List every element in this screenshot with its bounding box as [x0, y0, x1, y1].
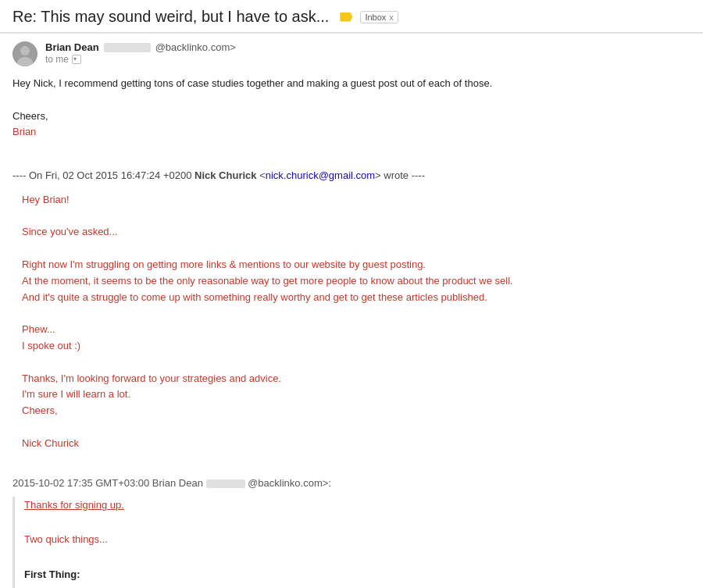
quoted-separator: ---- On Fri, 02 Oct 2015 16:47:24 +0200 … [12, 168, 691, 184]
cheers-label: Cheers, [12, 109, 691, 125]
nested-sep-blurred [206, 479, 245, 488]
to-me-row: to me [45, 54, 236, 65]
quoted-line-3: At the moment, it seems to be the only r… [22, 273, 691, 290]
quoted-line-6: I spoke out :) [22, 338, 691, 355]
quoted-line-1: Since you've asked... [22, 224, 691, 241]
nested-sep-date: 2015-10-02 17:35 GMT+03:00 Brian Dean [12, 477, 203, 489]
nested-quoted-block: Thanks for signing up. Two quick things.… [12, 497, 691, 588]
sender-row: Brian Dean @backlinko.com> to me [0, 34, 703, 69]
quoted-line-2: Right now I'm struggling on getting more… [22, 257, 691, 273]
main-reply: Hey Nick, I recommend getting tons of ca… [12, 76, 691, 141]
quoted-line-4: And it's quite a struggle to come up wit… [22, 290, 691, 306]
to-me-label: to me [45, 54, 69, 65]
email-subject: Re: This may sound weird, but I have to … [12, 8, 329, 26]
sender-info: Brian Dean @backlinko.com> to me [45, 41, 236, 65]
nested-line-1: Two quick things... [24, 531, 691, 548]
quoted-line-7: Thanks, I'm looking forward to your stra… [22, 371, 691, 387]
inbox-label: Inbox [365, 12, 386, 22]
quoted-block: Hey Brian! Since you've asked... Right n… [12, 192, 691, 452]
svg-point-1 [20, 46, 30, 55]
nested-sep-domain: @backlinko.com>: [248, 477, 331, 489]
close-icon[interactable]: x [389, 12, 394, 22]
sender-name-line: Brian Dean @backlinko.com> [45, 41, 236, 53]
quoted-line-0: Hey Brian! [22, 192, 691, 208]
email-window: Re: This may sound weird, but I have to … [0, 0, 703, 588]
email-body: Hey Nick, I recommend getting tons of ca… [0, 69, 703, 588]
quoted-line-cheers: Cheers, [22, 403, 691, 419]
first-thing-heading: First Thing: [24, 566, 691, 583]
nested-quote-separator: 2015-10-02 17:35 GMT+03:00 Brian Dean @b… [12, 476, 691, 492]
nested-line-0: Thanks for signing up. [24, 497, 691, 514]
inbox-badge[interactable]: Inbox x [360, 11, 398, 23]
quoted-email-link[interactable]: nick.churick@gmail.com [266, 169, 375, 181]
label-tag-icon [340, 12, 352, 22]
sender-name: Brian Dean [45, 41, 99, 53]
reply-greeting: Hey Nick, I recommend getting tons of ca… [12, 76, 691, 92]
nick-signature: Nick Churick [22, 436, 691, 452]
avatar-image [12, 41, 37, 66]
brian-signature: Brian [12, 124, 691, 141]
email-header-bar: Re: This may sound weird, but I have to … [0, 0, 703, 33]
quoted-sep-text: ---- On Fri, 02 Oct 2015 16:47:24 +0200 … [12, 169, 425, 181]
sender-email-blurred [104, 43, 151, 52]
quoted-line-5: Phew... [22, 322, 691, 338]
thanks-line: Thanks for signing up. [24, 499, 124, 511]
to-me-dropdown[interactable] [72, 55, 81, 64]
avatar [12, 41, 37, 66]
quoted-line-8: I'm sure I will learn a lot. [22, 387, 691, 403]
sender-email-domain: @backlinko.com> [155, 41, 236, 53]
